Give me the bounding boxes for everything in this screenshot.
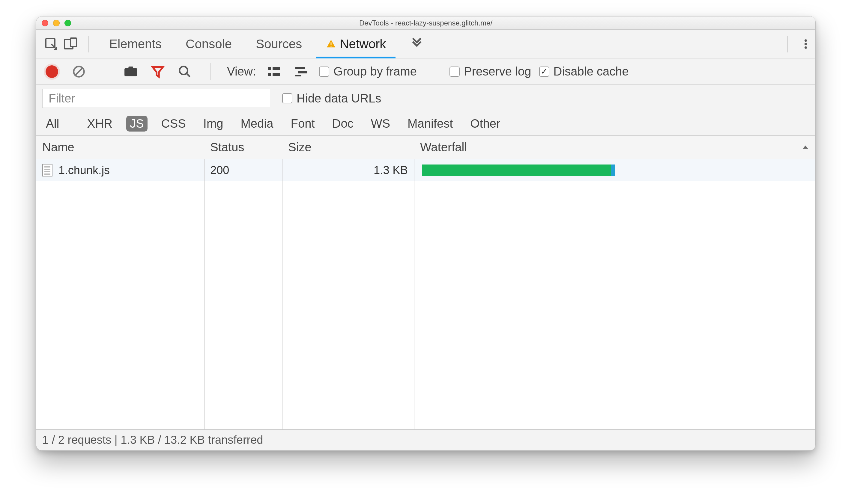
close-window-button[interactable] — [42, 20, 48, 26]
record-icon — [46, 65, 58, 78]
type-filter-media[interactable]: Media — [237, 116, 277, 131]
type-filter-js[interactable]: JS — [126, 116, 147, 131]
status-bar: 1 / 2 requests | 1.3 KB / 13.2 KB transf… — [36, 429, 815, 450]
column-label: Waterfall — [420, 141, 467, 154]
type-filter-row: All XHR JS CSS Img Media Font Doc WS Man… — [36, 112, 815, 136]
tab-console[interactable]: Console — [174, 30, 244, 58]
type-filter-css[interactable]: CSS — [158, 116, 190, 131]
column-gridlines — [36, 159, 815, 429]
window-title: DevTools - react-lazy-suspense.glitch.me… — [36, 19, 815, 27]
svg-point-11 — [180, 66, 188, 74]
cell-name: 1.chunk.js — [36, 159, 204, 181]
preserve-log-toggle[interactable]: Preserve log — [450, 65, 531, 78]
clear-button[interactable] — [69, 62, 88, 81]
svg-rect-16 — [295, 67, 305, 69]
separator — [105, 63, 105, 80]
record-button[interactable] — [42, 62, 61, 81]
size-value: 1.3 KB — [374, 164, 408, 177]
tab-label: Elements — [109, 37, 162, 51]
file-icon — [42, 164, 52, 177]
inspect-element-icon[interactable] — [42, 34, 61, 54]
status-value: 200 — [210, 164, 229, 177]
svg-rect-4 — [331, 46, 332, 47]
svg-rect-12 — [268, 67, 271, 70]
separator — [433, 63, 433, 80]
type-filter-img[interactable]: Img — [200, 116, 227, 131]
type-filter-doc[interactable]: Doc — [329, 116, 357, 131]
svg-rect-3 — [331, 42, 332, 45]
table-row[interactable]: 1.chunk.js 200 1.3 KB — [36, 159, 815, 181]
preserve-log-label: Preserve log — [464, 65, 531, 78]
large-rows-icon[interactable] — [264, 62, 284, 81]
svg-rect-17 — [298, 71, 307, 73]
column-header-name[interactable]: Name — [36, 136, 204, 159]
type-filter-manifest[interactable]: Manifest — [404, 116, 456, 131]
checkbox-icon — [319, 67, 329, 77]
column-header-status[interactable]: Status — [204, 136, 282, 159]
filter-toggle-icon[interactable] — [148, 62, 167, 81]
requests-table: Name Status Size Waterfall 1.chunk.js — [36, 136, 815, 429]
overview-icon[interactable] — [292, 62, 311, 81]
cell-size: 1.3 KB — [282, 159, 414, 181]
group-by-frame-label: Group by frame — [333, 65, 417, 78]
svg-rect-2 — [70, 38, 76, 47]
svg-rect-14 — [268, 73, 271, 76]
tabs-overflow-button[interactable] — [398, 30, 436, 58]
zoom-window-button[interactable] — [65, 20, 71, 26]
request-name: 1.chunk.js — [58, 164, 110, 177]
window-controls — [42, 20, 71, 26]
tab-label: Console — [186, 37, 232, 51]
checkbox-icon — [450, 67, 460, 77]
network-toolbar: View: Group by frame Preserve log Disabl… — [36, 58, 815, 85]
tab-label: Sources — [256, 37, 302, 51]
waterfall-bar — [422, 164, 611, 176]
minimize-window-button[interactable] — [53, 20, 60, 26]
hide-data-urls-toggle[interactable]: Hide data URLs — [282, 92, 381, 105]
table-header: Name Status Size Waterfall — [36, 136, 815, 159]
separator — [88, 36, 89, 52]
svg-rect-15 — [272, 73, 280, 76]
column-label: Status — [210, 141, 244, 154]
type-filter-other[interactable]: Other — [466, 116, 504, 131]
table-body: 1.chunk.js 200 1.3 KB — [36, 159, 815, 429]
panel-tabs: Elements Console Sources Network — [97, 30, 436, 58]
checkbox-icon — [282, 93, 292, 103]
type-filter-ws[interactable]: WS — [367, 116, 394, 131]
type-filter-xhr[interactable]: XHR — [83, 116, 116, 131]
titlebar: DevTools - react-lazy-suspense.glitch.me… — [36, 17, 815, 30]
column-header-size[interactable]: Size — [282, 136, 414, 159]
search-icon[interactable] — [175, 62, 194, 81]
cell-waterfall — [414, 159, 815, 181]
svg-rect-9 — [124, 68, 137, 76]
sort-asc-icon — [802, 144, 809, 151]
type-filter-font[interactable]: Font — [287, 116, 318, 131]
type-filter-all[interactable]: All — [42, 116, 63, 131]
view-label: View: — [227, 65, 256, 78]
column-header-waterfall[interactable]: Waterfall — [414, 136, 815, 159]
column-label: Size — [288, 141, 312, 154]
cell-status: 200 — [204, 159, 282, 181]
column-label: Name — [42, 141, 74, 154]
kebab-menu-icon[interactable] — [796, 34, 815, 54]
status-text: 1 / 2 requests | 1.3 KB / 13.2 KB transf… — [42, 434, 263, 447]
filter-input[interactable] — [42, 89, 270, 108]
tab-sources[interactable]: Sources — [244, 30, 314, 58]
separator — [73, 117, 73, 130]
panel-tabstrip: Elements Console Sources Network — [36, 30, 815, 58]
tab-elements[interactable]: Elements — [97, 30, 174, 58]
disable-cache-label: Disable cache — [553, 65, 629, 78]
filter-row: Hide data URLs — [36, 85, 815, 112]
svg-point-7 — [805, 46, 807, 49]
waterfall-tail — [611, 164, 615, 176]
capture-screenshots-icon[interactable] — [121, 62, 140, 81]
device-toolbar-icon[interactable] — [61, 34, 80, 54]
tab-network[interactable]: Network — [314, 30, 398, 58]
devtools-window: DevTools - react-lazy-suspense.glitch.me… — [36, 16, 816, 451]
svg-rect-10 — [128, 66, 133, 69]
svg-point-5 — [805, 39, 807, 42]
disable-cache-toggle[interactable]: Disable cache — [539, 65, 629, 78]
group-by-frame-toggle[interactable]: Group by frame — [319, 65, 417, 78]
svg-rect-18 — [295, 75, 301, 76]
svg-point-6 — [805, 43, 807, 45]
hide-data-urls-label: Hide data URLs — [297, 92, 381, 105]
